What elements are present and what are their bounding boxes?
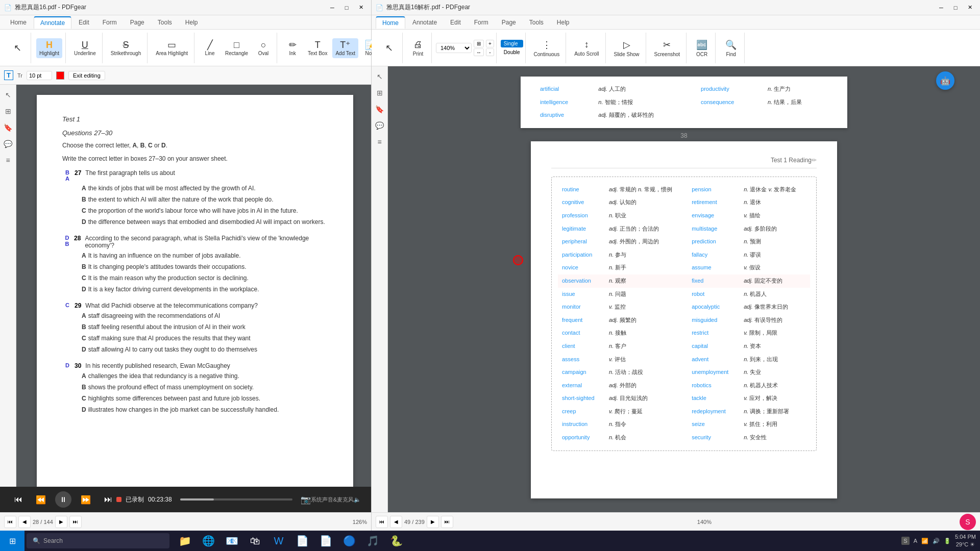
word-opportunity[interactable]: opportunity	[562, 434, 590, 440]
ink-btn[interactable]: ✏ Ink	[282, 38, 303, 58]
underline-btn[interactable]: U Underline	[71, 38, 99, 58]
rec-mute-btn[interactable]: 🔈	[354, 496, 361, 503]
right-sidebar-pages[interactable]: ⊞	[374, 87, 386, 99]
rec-prev[interactable]: ⏪	[33, 491, 49, 508]
word-client[interactable]: client	[562, 343, 575, 349]
right-edit-icon[interactable]: ✏	[812, 157, 817, 164]
right-close-btn[interactable]: ✕	[964, 3, 976, 13]
right-tab-help[interactable]: Help	[551, 17, 576, 28]
font-size-input[interactable]	[27, 71, 52, 80]
word-seize[interactable]: seize	[692, 421, 705, 427]
word-assess[interactable]: assess	[562, 356, 579, 362]
tab-tools[interactable]: Tools	[152, 17, 178, 28]
continuous-btn[interactable]: ⋮ Continuous	[530, 37, 564, 59]
close-button[interactable]: ✕	[355, 3, 367, 13]
word-restrict[interactable]: restrict	[692, 330, 708, 336]
textbox-btn[interactable]: T Text Box	[305, 38, 330, 58]
tab-page[interactable]: Page	[124, 17, 151, 28]
zoom-in-btn[interactable]: +	[486, 40, 494, 47]
taskbar-email[interactable]: 📧	[220, 531, 243, 551]
word-campaign[interactable]: campaign	[562, 369, 586, 375]
right-minimize-btn[interactable]: ─	[935, 3, 947, 13]
area-highlight-btn[interactable]: ▭ Area Highlight	[153, 38, 191, 58]
right-sidebar-layers[interactable]: ≡	[374, 136, 386, 148]
word-retirement[interactable]: retirement	[692, 199, 717, 205]
sidebar-layers[interactable]: ≡	[2, 154, 14, 166]
word-apocalyptic[interactable]: apocalyptic	[692, 304, 720, 310]
word-legitimate[interactable]: legitimate	[562, 226, 586, 232]
word-unemployment[interactable]: unemployment	[692, 369, 728, 375]
tab-help[interactable]: Help	[179, 17, 204, 28]
taskbar-chrome[interactable]: 🔵	[338, 531, 360, 551]
word-routine[interactable]: routine	[562, 186, 579, 192]
word-redeployment[interactable]: redeployment	[692, 408, 726, 414]
zoom-fit-page[interactable]: ⊞	[474, 40, 484, 47]
right-sidebar-bookmarks[interactable]: 🔖	[374, 103, 386, 115]
prev-page-btn[interactable]: ◀	[18, 516, 31, 528]
sidebar-comments[interactable]: 💬	[2, 138, 14, 150]
color-picker[interactable]	[56, 71, 64, 80]
oval-btn[interactable]: ○ Oval	[253, 38, 274, 58]
right-maximize-btn[interactable]: □	[949, 3, 962, 13]
highlight-btn[interactable]: H Highlight	[36, 38, 62, 58]
rec-next[interactable]: ⏩	[78, 491, 94, 508]
rec-progress-bar[interactable]	[180, 498, 292, 500]
tab-edit[interactable]: Edit	[72, 17, 95, 28]
word-productivity[interactable]: productivity	[701, 86, 729, 92]
auto-scroll-btn[interactable]: ↕ Auto Scroll	[570, 37, 603, 59]
word-consequence[interactable]: consequence	[701, 99, 734, 105]
word-artificial[interactable]: artificial	[540, 86, 559, 92]
word-misguided[interactable]: misguided	[692, 317, 717, 323]
sidebar-bookmarks[interactable]: 🔖	[2, 121, 14, 134]
next-page-btn[interactable]: ▶	[55, 516, 67, 528]
right-tab-tools[interactable]: Tools	[523, 17, 550, 28]
strikethrough-btn[interactable]: S Strikethrough	[108, 38, 144, 58]
right-tab-annotate[interactable]: Annotate	[406, 17, 443, 28]
word-instruction[interactable]: instruction	[562, 421, 587, 427]
rec-camera-btn[interactable]: 📷	[301, 495, 311, 505]
taskbar-pdfgear-left[interactable]: 📄	[291, 531, 313, 551]
taskbar-media[interactable]: 🎵	[361, 531, 384, 551]
rectangle-btn[interactable]: □ Rectangle	[222, 38, 251, 58]
word-external[interactable]: external	[562, 382, 582, 388]
taskbar-file-explorer[interactable]: 📁	[174, 531, 196, 551]
word-contact[interactable]: contact	[562, 330, 580, 336]
line-btn[interactable]: ╱ Line	[200, 38, 220, 58]
word-envisage[interactable]: envisage	[692, 212, 714, 218]
taskbar-word[interactable]: W	[267, 531, 290, 551]
word-frequent[interactable]: frequent	[562, 317, 582, 323]
word-tackle[interactable]: tackle	[692, 395, 706, 401]
rec-skip-start[interactable]: ⏮	[10, 491, 27, 508]
right-next-page-btn[interactable]: ▶	[427, 516, 439, 528]
word-peripheral[interactable]: peripheral	[562, 238, 587, 244]
slide-show-btn[interactable]: ▷ Slide Show	[610, 37, 644, 59]
taskbar-edge[interactable]: 🌐	[197, 531, 219, 551]
tab-form[interactable]: Form	[96, 17, 123, 28]
tab-home[interactable]: Home	[4, 17, 33, 28]
taskbar-pdfgear-right[interactable]: 📄	[314, 531, 337, 551]
right-sidebar-pointer[interactable]: ↖	[374, 70, 386, 83]
word-profession[interactable]: profession	[562, 212, 588, 218]
right-tab-edit[interactable]: Edit	[444, 17, 467, 28]
exit-editing-btn[interactable]: Exit editing	[68, 71, 105, 80]
word-prediction[interactable]: prediction	[692, 238, 716, 244]
word-multistage[interactable]: multistage	[692, 226, 717, 232]
zoom-out-btn[interactable]: -	[486, 48, 494, 56]
zoom-fit-width[interactable]: ↔	[474, 48, 484, 56]
word-advent[interactable]: advent	[692, 356, 708, 362]
pointer-btn[interactable]: ↖	[7, 41, 28, 55]
right-tab-page[interactable]: Page	[496, 17, 522, 28]
word-robotics[interactable]: robotics	[692, 382, 712, 388]
taskbar-store[interactable]: 🛍	[244, 531, 266, 551]
right-print-btn[interactable]: 🖨 Print	[407, 37, 429, 59]
rec-skip-end[interactable]: ⏭	[100, 491, 116, 508]
word-assume[interactable]: assume	[692, 264, 712, 270]
word-participation[interactable]: participation	[562, 252, 592, 258]
taskbar-python[interactable]: 🐍	[385, 531, 407, 551]
right-tab-home[interactable]: Home	[376, 16, 405, 29]
word-issue[interactable]: issue	[562, 291, 575, 297]
word-monitor[interactable]: monitor	[562, 304, 581, 310]
word-intelligence[interactable]: intelligence	[540, 99, 568, 105]
screenshot-btn[interactable]: ✂ Screenshot	[650, 37, 684, 59]
minimize-button[interactable]: ─	[326, 3, 338, 13]
